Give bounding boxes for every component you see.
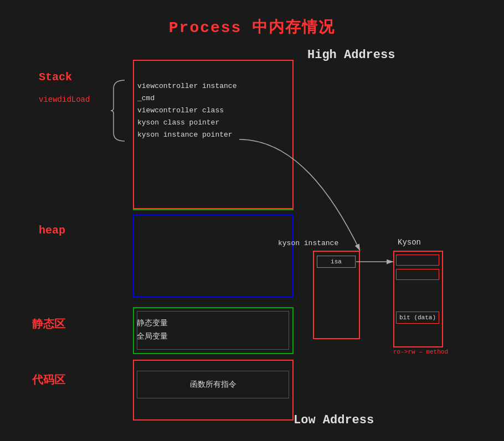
kyson-class-label: Kyson	[398, 238, 421, 247]
code-item: 函数所有指令	[190, 380, 236, 390]
high-address-label: High Address	[307, 48, 395, 62]
viewdidload-label: viewdidLoad	[39, 95, 90, 104]
heap-box	[133, 215, 294, 298]
kyson-instance-label: kyson instance	[278, 239, 338, 247]
stack-bottom-separator	[133, 209, 294, 210]
kyson-inner-row2	[396, 269, 439, 280]
kyson-inner-row1	[396, 255, 439, 266]
static-item: 全局变量	[137, 330, 289, 343]
heap-section-label: heap	[39, 224, 65, 237]
page-title: Process 中内存情况	[0, 0, 504, 38]
ro-rw-label: ro->rw – method	[393, 349, 448, 355]
stack-item-kyson-instance-pointer: kyson instance pointer	[137, 129, 236, 141]
isa-label: isa	[331, 258, 342, 265]
static-item: 静态变量	[137, 317, 289, 330]
stack-item: _cmd	[137, 92, 236, 105]
bit-data-label: bit (data)	[399, 314, 436, 321]
stack-item: viewcontroller instance	[137, 80, 236, 92]
static-items-container: 静态变量 全局变量	[137, 317, 289, 343]
viewdidload-brace-icon	[108, 77, 130, 144]
stack-item: viewcontroller class	[137, 105, 236, 117]
isa-box: isa	[317, 256, 356, 268]
low-address-label: Low Address	[294, 413, 374, 427]
static-section-label: 静态区	[32, 317, 65, 331]
stack-item: kyson class pointer	[137, 117, 236, 129]
stack-items-container: viewcontroller instance _cmd viewcontrol…	[137, 80, 236, 141]
stack-section-label: Stack	[39, 71, 72, 84]
bit-data-box: bit (data)	[396, 312, 439, 324]
code-inner-box: 函数所有指令	[137, 371, 289, 398]
code-section-label: 代码区	[32, 372, 65, 387]
